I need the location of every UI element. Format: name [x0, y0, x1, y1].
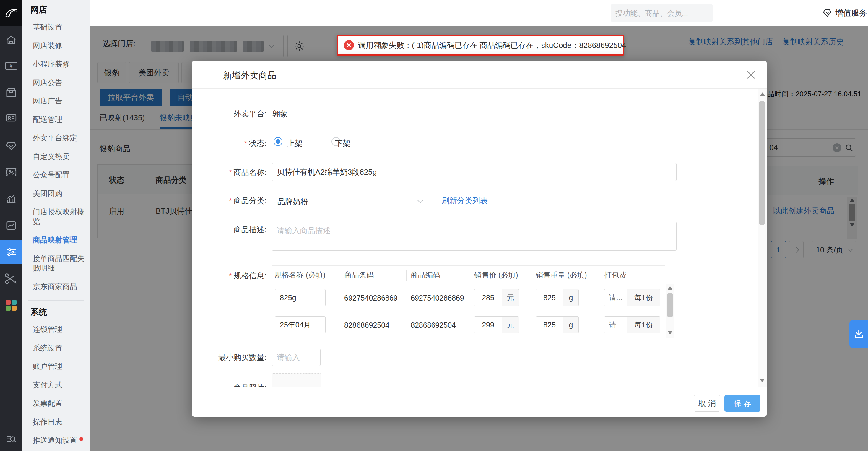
radio-on-shelf[interactable]	[274, 137, 282, 146]
error-text: 调用翱象失败：(-1)商品编码已存在 商品编码已存在，skuCode：82868…	[358, 40, 626, 51]
spec-price-input[interactable]	[474, 289, 502, 306]
menu-divider	[28, 300, 84, 301]
scroll-thumb[interactable]	[667, 293, 673, 318]
scroll-thumb[interactable]	[759, 101, 765, 225]
menu-search-icon[interactable]	[0, 429, 22, 449]
home-icon[interactable]	[0, 30, 22, 50]
menu-item[interactable]: 外卖平台绑定	[22, 128, 90, 147]
spec-pack-input[interactable]	[604, 317, 627, 333]
pack-unit: 每1份	[627, 289, 660, 306]
menu-item[interactable]: 发票配置	[22, 394, 90, 413]
radio-on-shelf-label[interactable]: 上架	[287, 138, 303, 149]
coupon-icon[interactable]	[0, 162, 22, 182]
spec-price-input[interactable]	[474, 317, 502, 333]
vas-diamond-icon	[822, 8, 832, 18]
radio-off-shelf-label[interactable]: 下架	[335, 138, 350, 149]
spec-pack-group: 每1份	[604, 289, 660, 306]
menu-item-active[interactable]: 商品映射管理	[22, 231, 90, 249]
modal-title: 新增外卖商品	[223, 69, 276, 82]
menu-item-with-badge[interactable]: 推送通知设置	[22, 431, 90, 450]
price-unit: 元	[502, 317, 519, 333]
cancel-button[interactable]: 取 消	[694, 395, 720, 412]
photo-upload-box[interactable]	[272, 373, 321, 387]
menu-item[interactable]: 门店授权映射概览	[22, 203, 90, 231]
spec-pack-group: 每1份	[604, 316, 660, 333]
photo-label: 商品照片:	[192, 383, 267, 387]
menu-item[interactable]: 京东商家商品	[22, 277, 90, 296]
spec-code: 6927540286869	[411, 294, 464, 302]
spec-barcode: 6927540286869	[344, 294, 398, 302]
spec-name-input[interactable]	[275, 316, 326, 333]
price-unit: 元	[502, 289, 519, 306]
top-header: 增值服务 ?	[90, 0, 868, 26]
close-icon[interactable]	[744, 68, 758, 82]
menu-item[interactable]: 小程序装修	[22, 55, 90, 73]
menu-item[interactable]: 美团团购	[22, 184, 90, 203]
platform-value: 翱象	[272, 109, 288, 119]
menu-item[interactable]: 公众号配置	[22, 166, 90, 184]
menu-item[interactable]: 接单商品匹配失败明细	[22, 249, 90, 277]
menu-item[interactable]: 网店公告	[22, 73, 90, 92]
spec-table-scrollbar[interactable]	[665, 284, 674, 338]
scroll-down-icon[interactable]	[760, 379, 765, 383]
category-label: *商品分类:	[192, 196, 267, 206]
id-card-icon[interactable]	[0, 108, 22, 128]
menu-item[interactable]: 使用参数设置	[22, 450, 90, 451]
save-button[interactable]: 保 存	[724, 395, 761, 412]
scroll-up-icon[interactable]	[760, 92, 765, 96]
spec-name-input[interactable]	[275, 289, 326, 306]
modal-header: 新增外卖商品	[192, 61, 767, 89]
menu-item[interactable]: 网店广告	[22, 92, 90, 110]
spec-label: *规格信息:	[192, 271, 267, 281]
scroll-up-icon[interactable]	[668, 286, 673, 290]
spec-weight-input[interactable]	[536, 317, 563, 333]
menu-item[interactable]: 自定义热卖	[22, 147, 90, 166]
download-icon	[853, 328, 865, 340]
spec-table-bottom-border	[272, 339, 665, 339]
pospal-logo-icon[interactable]	[0, 0, 22, 26]
menu-item[interactable]: 账户管理	[22, 357, 90, 375]
category-select[interactable]: 品牌奶粉	[272, 191, 431, 210]
spec-weight-group: g	[536, 289, 579, 306]
menu-item[interactable]: 连锁管理	[22, 320, 90, 339]
menu-item[interactable]: 系统设置	[22, 339, 90, 357]
spec-col-barcode: 商品条码	[344, 270, 374, 280]
sidebar-menu: 网店 基础设置 网店装修 小程序装修 网店公告 网店广告 配送管理 外卖平台绑定…	[22, 0, 90, 451]
global-search[interactable]	[611, 4, 713, 22]
menu-item[interactable]: 操作日志	[22, 413, 90, 431]
menu-item[interactable]: 配送管理	[22, 110, 90, 129]
min-qty-input[interactable]	[272, 349, 320, 366]
spec-col-name: 规格名称 (必填)	[274, 270, 326, 280]
status-label: *状态:	[192, 138, 267, 149]
menu-item[interactable]: 支付方式	[22, 375, 90, 394]
menu-item[interactable]: 基础设置	[22, 18, 90, 36]
spec-weight-input[interactable]	[536, 289, 563, 306]
icon-rail: ¥	[0, 0, 22, 451]
spec-header-bottom-border	[272, 284, 665, 284]
money-icon[interactable]: ¥	[0, 56, 22, 76]
modal-footer: 取 消 保 存	[192, 387, 767, 417]
header-divider	[531, 270, 531, 281]
scroll-down-icon[interactable]	[668, 331, 673, 335]
header-divider	[340, 270, 340, 281]
value-added-services-button[interactable]: 增值服务	[822, 5, 867, 21]
product-name-input[interactable]	[272, 163, 677, 181]
tools-icon[interactable]	[0, 269, 22, 289]
spec-pack-input[interactable]	[604, 289, 627, 306]
vip-diamond-icon[interactable]	[0, 136, 22, 155]
report-icon[interactable]	[0, 216, 22, 235]
mapping-sliders-icon[interactable]	[0, 240, 22, 264]
download-float-button[interactable]	[849, 320, 868, 348]
error-banner: 调用翱象失败：(-1)商品编码已存在 商品编码已存在，skuCode：82868…	[337, 35, 624, 56]
spec-weight-group: g	[536, 316, 579, 333]
refresh-category-link[interactable]: 刷新分类列表	[442, 196, 488, 206]
chart-icon[interactable]	[0, 189, 22, 209]
apps-icon[interactable]	[0, 296, 22, 315]
description-textarea[interactable]	[272, 222, 677, 251]
global-search-input[interactable]	[615, 9, 711, 18]
weight-unit: g	[563, 289, 579, 306]
menu-section-title: 网店	[22, 0, 90, 18]
modal-scrollbar[interactable]	[758, 89, 767, 387]
package-icon[interactable]	[0, 83, 22, 102]
menu-item[interactable]: 网店装修	[22, 36, 90, 55]
